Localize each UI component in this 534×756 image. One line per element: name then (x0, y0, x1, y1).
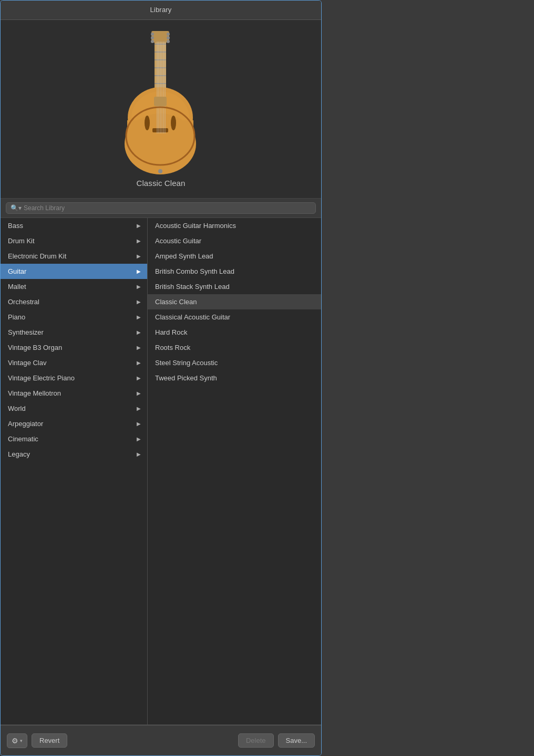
svg-point-9 (151, 33, 154, 36)
preset-label: British Stack Synth Lead (155, 283, 230, 291)
svg-rect-30 (154, 97, 167, 106)
category-arrow-icon: ▶ (137, 299, 141, 305)
category-label: Legacy (8, 450, 30, 458)
preset-label: Amped Synth Lead (155, 252, 213, 260)
category-label: Vintage B3 Organ (8, 344, 62, 351)
save-button[interactable]: Save... (278, 733, 315, 748)
svg-point-29 (158, 169, 162, 173)
preset-label: Classic Clean (155, 298, 197, 306)
category-arrow-icon: ▶ (137, 329, 141, 335)
category-label: Vintage Electric Piano (8, 374, 75, 382)
window-title: Library (150, 6, 171, 14)
svg-point-10 (151, 36, 154, 39)
chevron-down-icon: ▾ (20, 738, 23, 743)
preset-item-classical-acoustic-guitar[interactable]: Classical Acoustic Guitar (148, 309, 321, 325)
svg-rect-8 (151, 31, 169, 43)
library-panel: Library (0, 0, 322, 756)
category-arrow-icon: ▶ (137, 390, 141, 396)
svg-point-20 (171, 116, 176, 130)
category-label: Synthesizer (8, 328, 44, 336)
preview-instrument-name: Classic Clean (137, 179, 186, 188)
preset-item-tweed-picked-synth[interactable]: Tweed Picked Synth (148, 370, 321, 386)
category-arrow-icon: ▶ (137, 253, 141, 259)
category-item-bass[interactable]: Bass▶ (1, 218, 147, 233)
category-label: Cinematic (8, 435, 38, 443)
category-label: Electronic Drum Kit (8, 252, 66, 260)
category-item-piano[interactable]: Piano▶ (1, 309, 147, 325)
delete-button[interactable]: Delete (238, 733, 274, 748)
category-label: Orchestral (8, 298, 39, 306)
category-arrow-icon: ▶ (137, 360, 141, 366)
lists-container: Bass▶Drum Kit▶Electronic Drum Kit▶Guitar… (1, 218, 321, 725)
category-label: Piano (8, 313, 25, 321)
category-item-vintage-clav[interactable]: Vintage Clav▶ (1, 355, 147, 370)
category-item-legacy[interactable]: Legacy▶ (1, 447, 147, 462)
category-arrow-icon: ▶ (137, 284, 141, 289)
gear-button[interactable]: ⚙ ▾ (7, 733, 27, 748)
category-item-vintage-electric-piano[interactable]: Vintage Electric Piano▶ (1, 370, 147, 386)
svg-point-14 (167, 40, 170, 43)
category-list: Bass▶Drum Kit▶Electronic Drum Kit▶Guitar… (1, 218, 148, 724)
category-item-world[interactable]: World▶ (1, 401, 147, 416)
category-label: Guitar (8, 267, 26, 275)
preset-label: Hard Rock (155, 328, 187, 336)
preset-item-acoustic-guitar-harmonics[interactable]: Acoustic Guitar Harmonics (148, 218, 321, 233)
category-item-synthesizer[interactable]: Synthesizer▶ (1, 325, 147, 340)
preset-item-british-stack-synth-lead[interactable]: British Stack Synth Lead (148, 279, 321, 294)
category-arrow-icon: ▶ (137, 436, 141, 442)
category-arrow-icon: ▶ (137, 451, 141, 457)
search-bar: 🔍▾ (1, 199, 321, 218)
instrument-image (103, 34, 219, 175)
preset-label: Steel String Acoustic (155, 359, 218, 367)
preview-area: Classic Clean (1, 20, 321, 199)
category-item-vintage-mellotron[interactable]: Vintage Mellotron▶ (1, 386, 147, 401)
category-arrow-icon: ▶ (137, 345, 141, 350)
title-bar: Library (1, 1, 321, 20)
category-arrow-icon: ▶ (137, 238, 141, 244)
preset-label: Classical Acoustic Guitar (155, 313, 230, 321)
category-label: Vintage Clav (8, 359, 46, 367)
search-input[interactable] (24, 204, 311, 212)
category-item-mallet[interactable]: Mallet▶ (1, 279, 147, 294)
category-item-electronic-drum-kit[interactable]: Electronic Drum Kit▶ (1, 248, 147, 264)
category-label: Drum Kit (8, 237, 35, 245)
category-item-orchestral[interactable]: Orchestral▶ (1, 294, 147, 309)
category-item-vintage-b3-organ[interactable]: Vintage B3 Organ▶ (1, 340, 147, 355)
category-label: Mallet (8, 283, 26, 291)
revert-button[interactable]: Revert (32, 733, 67, 748)
preset-label: British Combo Synth Lead (155, 267, 234, 275)
preset-item-acoustic-guitar[interactable]: Acoustic Guitar (148, 233, 321, 248)
preset-label: Acoustic Guitar (155, 237, 201, 245)
preset-list: Acoustic Guitar HarmonicsAcoustic Guitar… (148, 218, 321, 724)
category-label: Vintage Mellotron (8, 389, 61, 397)
category-label: Arpeggiator (8, 420, 43, 428)
preset-item-amped-synth-lead[interactable]: Amped Synth Lead (148, 248, 321, 264)
preset-item-hard-rock[interactable]: Hard Rock (148, 325, 321, 340)
category-arrow-icon: ▶ (137, 406, 141, 411)
preset-item-classic-clean[interactable]: Classic Clean (148, 294, 321, 309)
category-label: World (8, 405, 26, 412)
preset-item-british-combo-synth-lead[interactable]: British Combo Synth Lead (148, 264, 321, 279)
category-arrow-icon: ▶ (137, 375, 141, 381)
category-item-arpeggiator[interactable]: Arpeggiator▶ (1, 416, 147, 431)
svg-point-19 (145, 116, 150, 130)
category-arrow-icon: ▶ (137, 268, 141, 274)
gear-icon: ⚙ (12, 737, 18, 745)
category-item-drum-kit[interactable]: Drum Kit▶ (1, 233, 147, 248)
search-input-wrapper[interactable]: 🔍▾ (6, 202, 316, 214)
category-arrow-icon: ▶ (137, 223, 141, 229)
category-item-cinematic[interactable]: Cinematic▶ (1, 431, 147, 447)
category-label: Bass (8, 222, 23, 230)
preset-label: Acoustic Guitar Harmonics (155, 222, 236, 230)
category-item-guitar[interactable]: Guitar▶ (1, 264, 147, 279)
svg-point-13 (167, 36, 170, 39)
svg-point-12 (167, 33, 170, 36)
search-icon: 🔍▾ (11, 204, 22, 212)
svg-point-11 (151, 40, 154, 43)
preset-label: Roots Rock (155, 344, 190, 351)
category-arrow-icon: ▶ (137, 421, 141, 427)
preset-label: Tweed Picked Synth (155, 374, 217, 382)
bottom-toolbar: ⚙ ▾ Revert Delete Save... (1, 725, 321, 755)
preset-item-steel-string-acoustic[interactable]: Steel String Acoustic (148, 355, 321, 370)
preset-item-roots-rock[interactable]: Roots Rock (148, 340, 321, 355)
